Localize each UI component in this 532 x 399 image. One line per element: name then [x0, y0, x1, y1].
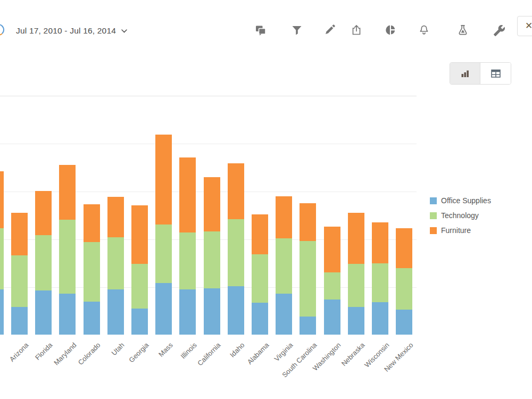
segment-furniture[interactable]	[11, 213, 28, 255]
segment-technology[interactable]	[179, 232, 196, 289]
bar-new-mexico[interactable]	[396, 228, 412, 335]
segment-office-supplies[interactable]	[228, 286, 244, 335]
bar-mass[interactable]	[155, 135, 172, 335]
clipped-avatar-ring	[0, 24, 4, 36]
view-toggle	[450, 62, 511, 85]
bar-arizona[interactable]	[11, 213, 28, 335]
legend-label: Technology	[441, 211, 479, 220]
segment-technology[interactable]	[372, 263, 388, 302]
table-view-button[interactable]	[480, 63, 511, 84]
segment-furniture[interactable]	[59, 165, 76, 220]
legend-item-furniture[interactable]: Furniture	[430, 226, 491, 235]
legend-item-technology[interactable]: Technology	[430, 211, 491, 220]
bar-clipped[interactable]	[0, 171, 4, 335]
bar-colorado[interactable]	[84, 204, 100, 335]
segment-furniture[interactable]	[324, 227, 340, 272]
bar-illinois[interactable]	[179, 157, 196, 335]
segment-furniture[interactable]	[107, 197, 124, 237]
segment-furniture[interactable]	[276, 196, 292, 238]
segment-office-supplies[interactable]	[348, 307, 364, 335]
segment-furniture[interactable]	[204, 177, 220, 231]
segment-furniture[interactable]	[228, 163, 244, 219]
share-icon[interactable]	[350, 23, 363, 37]
bar-wisconsin[interactable]	[372, 222, 388, 335]
segment-technology[interactable]	[155, 225, 172, 283]
segment-office-supplies[interactable]	[179, 289, 196, 335]
bar-washington[interactable]	[324, 227, 340, 335]
segment-technology[interactable]	[131, 264, 148, 309]
segment-technology[interactable]	[228, 219, 244, 286]
legend-swatch	[430, 212, 437, 219]
segment-furniture[interactable]	[84, 204, 100, 242]
bar-alabama[interactable]	[252, 214, 268, 335]
segment-office-supplies[interactable]	[204, 288, 220, 335]
bar-south-carolina[interactable]	[300, 203, 316, 335]
segment-office-supplies[interactable]	[300, 317, 316, 335]
segment-technology[interactable]	[348, 264, 364, 307]
segment-technology[interactable]	[0, 228, 4, 289]
bar-idaho[interactable]	[228, 163, 244, 335]
gridline	[0, 144, 417, 144]
segment-office-supplies[interactable]	[107, 289, 124, 335]
legend-item-office-supplies[interactable]: Office Supplies	[430, 196, 491, 205]
segment-office-supplies[interactable]	[396, 310, 412, 335]
date-range-label: Jul 17, 2010 - Jul 16, 2014	[16, 26, 116, 36]
bar-virginia[interactable]	[276, 196, 292, 335]
segment-office-supplies[interactable]	[0, 289, 4, 335]
date-range-picker[interactable]: Jul 17, 2010 - Jul 16, 2014	[16, 23, 127, 38]
segment-office-supplies[interactable]	[131, 309, 148, 335]
gridline	[0, 96, 417, 96]
segment-furniture[interactable]	[396, 228, 412, 268]
segment-office-supplies[interactable]	[11, 307, 28, 335]
segment-technology[interactable]	[324, 272, 340, 300]
segment-technology[interactable]	[252, 254, 268, 303]
segment-technology[interactable]	[35, 235, 52, 290]
segment-office-supplies[interactable]	[59, 294, 76, 335]
segment-furniture[interactable]	[252, 214, 268, 254]
segment-furniture[interactable]	[300, 203, 316, 241]
segment-technology[interactable]	[276, 238, 292, 294]
segment-technology[interactable]	[59, 220, 76, 294]
legend-label: Office Supplies	[441, 196, 491, 205]
bar-georgia[interactable]	[131, 205, 148, 335]
segment-technology[interactable]	[84, 242, 100, 302]
segment-technology[interactable]	[11, 255, 28, 307]
segment-office-supplies[interactable]	[324, 300, 340, 335]
chart-view-button[interactable]	[450, 63, 480, 84]
bar-utah[interactable]	[107, 197, 124, 335]
bar-nebraska[interactable]	[348, 213, 364, 335]
segment-furniture[interactable]	[348, 213, 364, 264]
experiments-icon[interactable]	[456, 23, 470, 37]
segment-office-supplies[interactable]	[372, 302, 388, 335]
segment-office-supplies[interactable]	[252, 303, 268, 335]
bar-maryland[interactable]	[59, 165, 76, 335]
segment-furniture[interactable]	[179, 157, 196, 232]
bar-florida[interactable]	[35, 191, 52, 335]
segment-office-supplies[interactable]	[276, 294, 292, 335]
segment-technology[interactable]	[300, 241, 316, 317]
pie-chart-icon[interactable]	[384, 23, 397, 37]
chart-legend: Office SuppliesTechnologyFurniture	[430, 196, 491, 235]
segment-office-supplies[interactable]	[155, 283, 172, 335]
notifications-icon[interactable]	[417, 23, 431, 37]
segment-furniture[interactable]	[35, 191, 52, 235]
filter-icon[interactable]	[290, 23, 304, 37]
segment-technology[interactable]	[396, 268, 412, 310]
segment-technology[interactable]	[204, 231, 220, 288]
segment-furniture[interactable]	[372, 222, 388, 263]
close-icon[interactable]: ✕	[517, 16, 532, 36]
settings-icon[interactable]	[492, 23, 506, 37]
segment-furniture[interactable]	[0, 171, 4, 228]
legend-label: Furniture	[441, 226, 471, 235]
legend-swatch	[430, 197, 437, 204]
bar-california[interactable]	[204, 177, 220, 335]
stacked-bar-chart	[0, 96, 417, 335]
legend-swatch	[430, 227, 437, 234]
edit-icon[interactable]	[323, 23, 337, 37]
segment-technology[interactable]	[107, 237, 124, 289]
segment-office-supplies[interactable]	[35, 290, 52, 335]
segment-office-supplies[interactable]	[84, 302, 100, 335]
segment-furniture[interactable]	[155, 135, 172, 225]
segment-furniture[interactable]	[131, 205, 148, 264]
comments-icon[interactable]	[254, 23, 268, 37]
